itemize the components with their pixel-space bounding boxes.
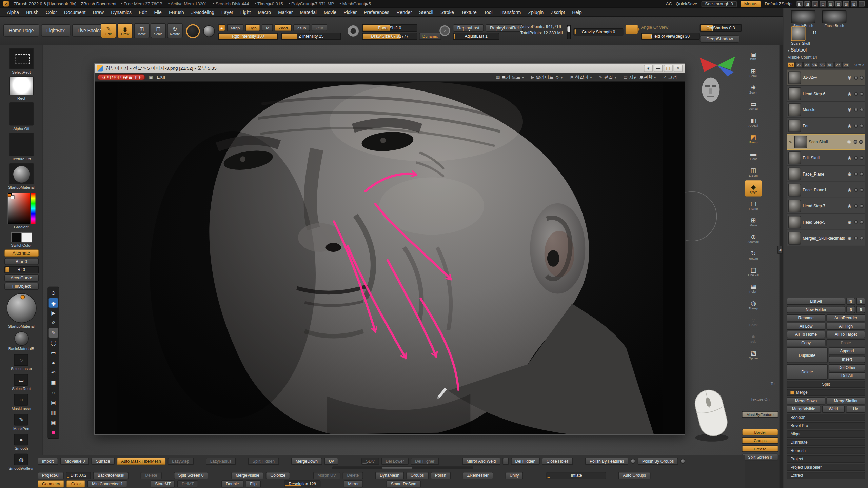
menu-item[interactable]: Material	[296, 9, 320, 15]
eye-icon[interactable]: ◉	[846, 75, 852, 80]
menu-item[interactable]: Preferences	[360, 9, 393, 15]
menu-item[interactable]: Color	[42, 9, 60, 15]
polypaint-toggle[interactable]	[854, 220, 858, 224]
palette-section-header[interactable]: Boolean	[787, 414, 865, 421]
tray-button[interactable]: LazyRadius	[206, 458, 236, 465]
stroke-replay-icon[interactable]	[439, 25, 450, 36]
menu-item[interactable]: Movie	[320, 9, 340, 15]
new-folder-button[interactable]: New Folder	[787, 306, 845, 313]
layout-icon-3[interactable]: ◫	[812, 1, 818, 6]
eye-icon[interactable]: ◉	[846, 123, 852, 128]
clear-icon[interactable]: ▣	[49, 378, 58, 387]
zcut-button[interactable]: Zcut	[312, 24, 327, 31]
brush-thumbnail[interactable]: ✎	[14, 414, 28, 425]
tray-button[interactable]: MergeVisible	[231, 472, 264, 479]
divider-handle[interactable]: ◀	[777, 246, 783, 254]
eye-icon[interactable]: ◉	[846, 171, 852, 176]
copy-button[interactable]: Copy	[787, 339, 825, 346]
menu-item[interactable]: Transform	[496, 9, 525, 15]
subtool-row[interactable]: Edit Skull ◉	[787, 150, 865, 166]
solo-button[interactable]: ● Solo	[745, 330, 762, 346]
folder-up-button[interactable]: ⇅	[846, 306, 855, 313]
focal-shift-icon[interactable]	[348, 25, 359, 37]
viewer-content[interactable]	[95, 82, 685, 434]
tray-button[interactable]	[631, 459, 636, 464]
tray-button[interactable]: StoreMT	[151, 480, 175, 487]
frame-button[interactable]: ▢ Frame	[745, 197, 762, 213]
ac-label[interactable]: AC	[666, 1, 672, 6]
brush-thumbnail[interactable]: ▭	[14, 374, 28, 386]
polypaint-toggle[interactable]	[854, 76, 858, 79]
tray-button[interactable]: Color	[67, 480, 85, 487]
save-image-icon[interactable]: ▤	[49, 398, 58, 407]
draw-button[interactable]: ◉ Draw	[117, 23, 133, 38]
all-to-target-button[interactable]: All To Target	[827, 331, 865, 338]
uv-toggle[interactable]	[860, 92, 864, 95]
menu-item[interactable]: Zplugin	[525, 9, 547, 15]
tray-button[interactable]: Split Hidden	[248, 458, 279, 465]
dot-tool-icon[interactable]: ●	[49, 358, 58, 367]
scale-button[interactable]: ⊡ Scale	[151, 23, 166, 38]
tray-button[interactable]: MergeDown	[291, 458, 322, 465]
photo-library-menu[interactable]: ▤ 사진 보관함 ▾	[624, 74, 656, 80]
merge-down-button[interactable]: MergeDown	[787, 397, 825, 404]
tray-button[interactable]: Flip	[245, 480, 261, 487]
tray-button[interactable]: Polish	[431, 472, 451, 479]
tray-button[interactable]: Auto Mask FiberMesh	[117, 458, 165, 465]
menu-item[interactable]: Light	[237, 9, 254, 15]
gravity-strength-slider[interactable]: Gravity Strength 0	[573, 28, 623, 35]
menu-item[interactable]: Macro	[254, 9, 275, 15]
alpha-off-selector[interactable]	[9, 102, 34, 126]
zsub-button[interactable]: Zsub	[293, 24, 310, 31]
pin-window-button[interactable]: ∗	[644, 65, 653, 72]
uv-button[interactable]: Uv	[846, 406, 865, 413]
subtool-row[interactable]: Scan Skull ◉	[787, 134, 865, 150]
tray-button[interactable]: Close Holes	[542, 458, 573, 465]
menu-item[interactable]: Help	[569, 9, 586, 15]
texture-off-selector[interactable]	[9, 133, 34, 156]
list-all-button[interactable]: List All	[787, 298, 845, 305]
tray-button[interactable]: Min Connected 1	[87, 480, 127, 487]
zoom-button[interactable]: ⊕ Zoom	[745, 81, 762, 97]
border-button[interactable]: Border	[742, 429, 778, 435]
subtool-header[interactable]: ▾ Subtool	[788, 47, 807, 53]
subtool-row[interactable]: Head Step-5 ◉	[787, 214, 865, 230]
polypaint-toggle[interactable]	[854, 140, 857, 144]
replay-last-rel-button[interactable]: ReplayLastRel	[486, 24, 523, 32]
default-zscript-button[interactable]: DefaultZScript	[765, 1, 793, 6]
subtool-row[interactable]: Head Step-6 ◉	[787, 86, 865, 102]
close-button[interactable]: ×	[674, 65, 683, 72]
tray-button[interactable]: Import	[38, 458, 58, 465]
brush-thumbnail[interactable]: ●	[14, 434, 28, 445]
alpha-preview-icon[interactable]	[203, 25, 215, 37]
visibility-tab[interactable]: V5	[819, 62, 826, 68]
palette-section-header[interactable]: Distribute	[787, 439, 865, 446]
split-section-header[interactable]: Split	[787, 381, 865, 388]
subtool-row[interactable]: Face_Plane ◉	[787, 166, 865, 182]
weld-button[interactable]: Weld	[822, 406, 845, 413]
copy-image-icon[interactable]: ▥	[49, 408, 58, 417]
tray-button[interactable]: BackfaceMask	[93, 472, 129, 479]
tray-button[interactable]: Polish By Features	[585, 458, 628, 465]
subtool-row[interactable]: Fat ◉	[787, 118, 865, 134]
split-screen-button[interactable]: Split Screen 0	[742, 454, 778, 461]
deep-shadow-button[interactable]: DeepShadow	[700, 35, 740, 42]
folder-down-button[interactable]: ⇅	[856, 306, 865, 313]
menu-item[interactable]: Edit	[135, 9, 151, 15]
polypaint-toggle[interactable]	[854, 188, 858, 191]
delete-button[interactable]: Delete	[787, 364, 828, 380]
all-low-button[interactable]: All Low	[787, 323, 825, 330]
rgb-button[interactable]: Rgb	[245, 24, 260, 31]
del-other-button[interactable]: Del Other	[829, 364, 865, 371]
uv-toggle[interactable]	[860, 76, 864, 79]
subtool-row[interactable]: Head Step-7 ◉	[787, 198, 865, 214]
eye-icon[interactable]: ◉	[846, 187, 852, 192]
eye-icon[interactable]: ◉	[846, 219, 852, 224]
undo-icon[interactable]: ↶	[49, 368, 58, 378]
ellipse-tool-icon[interactable]: ◯	[49, 338, 58, 348]
polyf-button[interactable]: ▦ PolyF	[745, 280, 762, 296]
tray-button[interactable]: DynaMesh	[375, 472, 404, 479]
z-intensity-slider[interactable]: Z Intensity 25	[281, 33, 341, 40]
tray-button[interactable]: Delete	[141, 472, 161, 479]
home-page-button[interactable]: Home Page	[3, 24, 39, 37]
